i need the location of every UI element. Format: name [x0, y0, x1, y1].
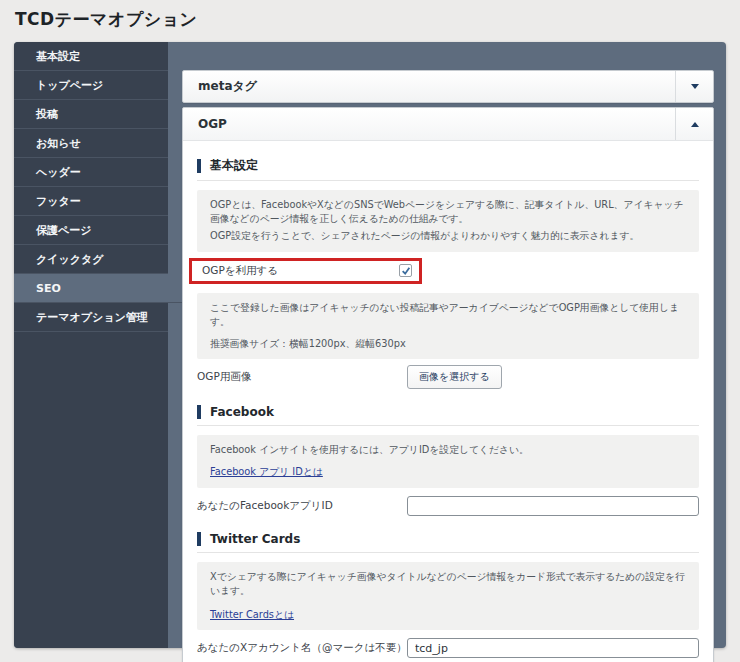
twitter-description: Xでシェアする際にアイキャッチ画像やタイトルなどのページ情報をカード形式で表示す… [210, 570, 686, 598]
section-heading-basic-label: 基本設定 [210, 157, 258, 174]
use-ogp-checkbox[interactable] [399, 264, 412, 277]
facebook-app-id-input[interactable] [407, 496, 699, 516]
ogp-description-box: OGPとは、FacebookやXなどのSNSでWebページをシェアする際に、記事… [197, 190, 699, 252]
ogp-image-row: OGP用画像 画像を選択する [197, 365, 699, 389]
heading-accent-bar [197, 159, 201, 173]
ogp-section-card: OGP 基本設定 OGPとは、FacebookやXなどのSNSでWebページをシ… [182, 107, 714, 662]
divider [197, 552, 699, 553]
heading-accent-bar [197, 405, 201, 419]
ogp-description-line1: OGPとは、FacebookやXなどのSNSでWebページをシェアする際に、記事… [210, 198, 686, 226]
theme-options-panel: 基本設定 トップページ 投稿 お知らせ ヘッダー フッター 保護ページ クイック… [14, 42, 726, 648]
ogp-image-note-line2: 推奨画像サイズ：横幅1200px、縦幅630px [210, 337, 686, 351]
twitter-cards-link[interactable]: Twitter Cardsとは [210, 609, 294, 620]
facebook-description: Facebook インサイトを使用するには、アプリIDを設定してください。 [210, 443, 686, 457]
sidebar-item-protected-page[interactable]: 保護ページ [14, 216, 168, 245]
x-account-label: あなたのXアカウント名（@マークは不要） [197, 641, 407, 655]
main-content: metaタグ OGP 基本設定 OGPとは、FacebookやXなどのSNSでW… [168, 42, 730, 648]
select-image-button[interactable]: 画像を選択する [407, 365, 502, 389]
sidebar-item-posts[interactable]: 投稿 [14, 100, 168, 129]
facebook-app-id-label: あなたのFacebookアプリID [197, 499, 407, 513]
sidebar-item-news[interactable]: お知らせ [14, 129, 168, 158]
accordion-ogp[interactable]: OGP [183, 108, 713, 141]
divider [197, 425, 699, 426]
twitter-description-box: Xでシェアする際にアイキャッチ画像やタイトルなどのページ情報をカード形式で表示す… [197, 562, 699, 631]
section-heading-twitter-cards-label: Twitter Cards [210, 532, 300, 546]
section-heading-basic: 基本設定 [197, 157, 699, 174]
x-account-input[interactable] [407, 638, 699, 658]
sidebar-item-footer[interactable]: フッター [14, 187, 168, 216]
accordion-ogp-label: OGP [183, 117, 675, 131]
chevron-down-icon[interactable] [675, 71, 713, 102]
ogp-image-note-line1: ここで登録した画像はアイキャッチのない投稿記事やアーカイブページなどでOGP用画… [210, 301, 686, 329]
chevron-up-icon[interactable] [675, 108, 713, 140]
facebook-app-id-link[interactable]: Facebook アプリ IDとは [210, 466, 323, 477]
accordion-meta-tag[interactable]: metaタグ [182, 70, 714, 103]
accordion-meta-tag-label: metaタグ [183, 78, 675, 95]
sidebar-item-quick-tags[interactable]: クイックタグ [14, 245, 168, 274]
use-ogp-annotation-box: OGPを利用する [189, 258, 422, 284]
ogp-image-label: OGP用画像 [197, 370, 407, 384]
x-account-row: あなたのXアカウント名（@マークは不要） [197, 638, 699, 658]
page-title: TCDテーマオプション [15, 8, 197, 31]
checkmark-icon [401, 266, 411, 276]
sidebar: 基本設定 トップページ 投稿 お知らせ ヘッダー フッター 保護ページ クイック… [14, 42, 168, 648]
section-heading-facebook: Facebook [197, 405, 699, 419]
ogp-description-line2: OGP設定を行うことで、シェアされたページの情報がよりわかりやすく魅力的に表示さ… [210, 229, 686, 243]
sidebar-item-top-page[interactable]: トップページ [14, 71, 168, 100]
section-heading-facebook-label: Facebook [210, 405, 274, 419]
ogp-image-note-box: ここで登録した画像はアイキャッチのない投稿記事やアーカイブページなどでOGP用画… [197, 293, 699, 360]
sidebar-item-basic-settings[interactable]: 基本設定 [14, 42, 168, 71]
facebook-description-box: Facebook インサイトを使用するには、アプリIDを設定してください。 Fa… [197, 435, 699, 487]
heading-accent-bar [197, 532, 201, 546]
use-ogp-label: OGPを利用する [202, 264, 278, 278]
divider [197, 180, 699, 181]
sidebar-item-theme-option-manage[interactable]: テーマオプション管理 [14, 303, 168, 332]
section-heading-twitter-cards: Twitter Cards [197, 532, 699, 546]
sidebar-item-seo[interactable]: SEO [14, 274, 182, 303]
facebook-app-id-row: あなたのFacebookアプリID [197, 496, 699, 516]
ogp-panel-body: 基本設定 OGPとは、FacebookやXなどのSNSでWebページをシェアする… [183, 141, 713, 662]
sidebar-item-header[interactable]: ヘッダー [14, 158, 168, 187]
